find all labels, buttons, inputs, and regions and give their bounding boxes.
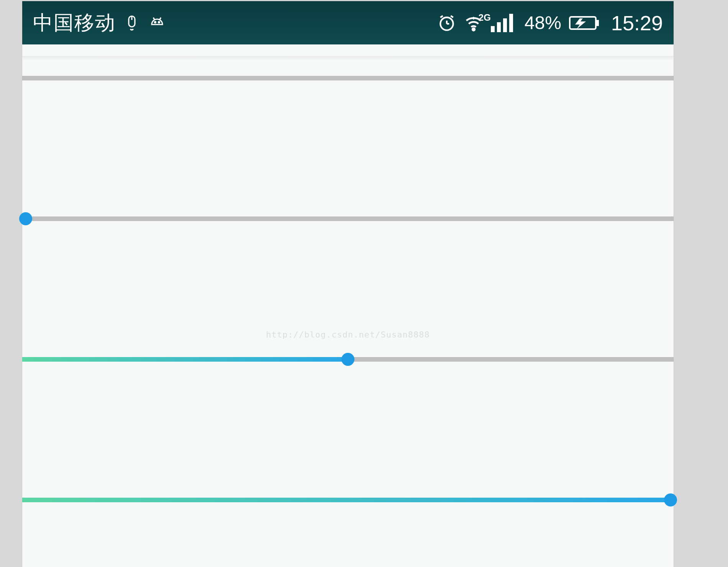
mouse-icon	[123, 14, 141, 32]
seekbar-zero[interactable]	[22, 216, 674, 221]
signal-indicator: 2G	[491, 14, 513, 32]
seekbar-half[interactable]	[22, 357, 674, 362]
content-area: http://blog.csdn.net/Susan8888	[22, 44, 674, 502]
battery-percent-label: 48%	[525, 12, 561, 33]
svg-line-10	[451, 16, 453, 17]
android-icon	[148, 14, 166, 32]
svg-rect-13	[597, 20, 599, 26]
watermark-text: http://blog.csdn.net/Susan8888	[266, 330, 430, 339]
signal-type-label: 2G	[479, 12, 491, 23]
svg-point-11	[472, 28, 475, 30]
seekbar-full[interactable]	[22, 498, 674, 502]
phone-screen: 中国移动	[22, 1, 674, 567]
svg-line-3	[159, 18, 161, 20]
clock-label: 15:29	[611, 11, 663, 35]
progress-bar	[22, 76, 674, 80]
svg-point-4	[154, 21, 156, 23]
carrier-label: 中国移动	[33, 10, 116, 36]
battery-icon	[569, 15, 600, 31]
status-bar-right: 2G 48% 15:29	[437, 11, 663, 35]
svg-line-2	[153, 18, 155, 20]
status-bar-left: 中国移动	[33, 10, 166, 36]
divider	[22, 56, 674, 61]
seekbar-thumb[interactable]	[341, 353, 354, 366]
alarm-icon	[437, 13, 456, 33]
svg-line-9	[440, 16, 443, 17]
seekbar-thumb[interactable]	[664, 493, 677, 506]
status-bar: 中国移动	[22, 1, 674, 44]
signal-bars-icon	[491, 14, 513, 32]
svg-point-5	[158, 21, 159, 23]
seekbar-thumb[interactable]	[19, 212, 32, 225]
